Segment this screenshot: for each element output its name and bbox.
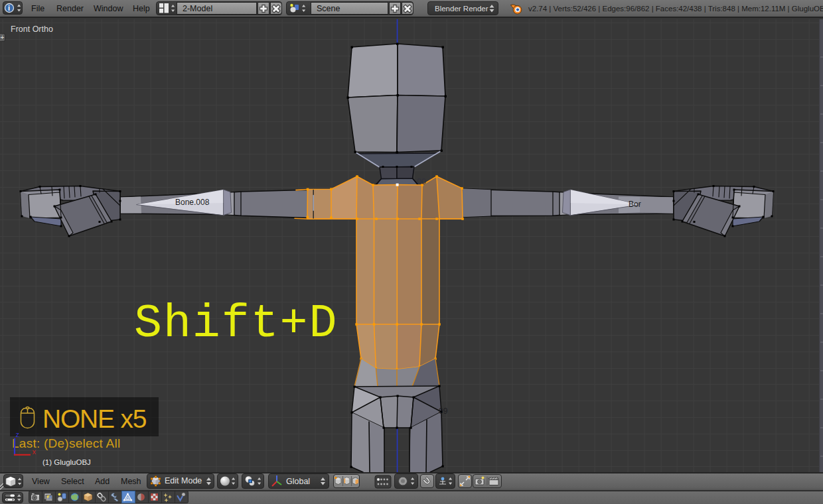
svg-text:i: i	[8, 4, 10, 12]
svg-text:z: z	[16, 430, 20, 438]
svg-text:00: 00	[417, 177, 426, 186]
svg-text:Bone.008: Bone.008	[175, 198, 210, 207]
svg-text:x: x	[33, 448, 37, 456]
svg-text:Bor: Bor	[629, 200, 641, 209]
svg-text:09: 09	[439, 407, 448, 416]
